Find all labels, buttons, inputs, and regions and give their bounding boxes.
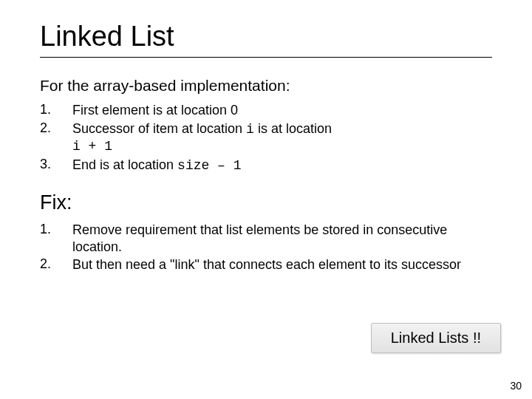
page-number: 30 [510, 380, 522, 392]
list-text: First element is at location 0 [72, 102, 492, 120]
list-number: 1. [40, 102, 72, 120]
list-number: 2. [40, 120, 72, 157]
list-item: 1. Remove requirement that list elements… [40, 222, 492, 256]
array-impl-list: 1. First element is at location 0 2. Suc… [40, 102, 492, 175]
code-span: size – 1 [177, 158, 241, 173]
linked-lists-callout: Linked Lists !! [371, 323, 501, 353]
list-item: 2. But then need a "link" that connects … [40, 256, 492, 275]
array-impl-subhead: For the array-based implementation: [40, 77, 492, 95]
slide: Linked List For the array-based implemen… [0, 0, 532, 399]
code-span: i [246, 122, 254, 137]
list-number: 3. [40, 157, 72, 176]
text-span: End is at location [72, 157, 177, 172]
title-rule [40, 57, 492, 58]
page-title: Linked List [40, 21, 492, 52]
list-item: 2. Successor of item at location i is at… [40, 120, 492, 157]
code-span: i + 1 [72, 139, 112, 154]
list-item: 3. End is at location size – 1 [40, 157, 492, 176]
list-text: But then need a "link" that connects eac… [72, 256, 492, 275]
fix-list: 1. Remove requirement that list elements… [40, 222, 492, 275]
list-text: Remove requirement that list elements be… [72, 222, 492, 256]
list-item: 1. First element is at location 0 [40, 102, 492, 120]
list-text: End is at location size – 1 [72, 157, 492, 176]
list-text: Successor of item at location i is at lo… [72, 120, 492, 157]
fix-subhead: Fix: [40, 191, 492, 214]
text-span: is at location [254, 121, 332, 136]
text-span: Successor of item at location [72, 121, 246, 136]
list-number: 1. [40, 222, 72, 256]
list-number: 2. [40, 256, 72, 275]
